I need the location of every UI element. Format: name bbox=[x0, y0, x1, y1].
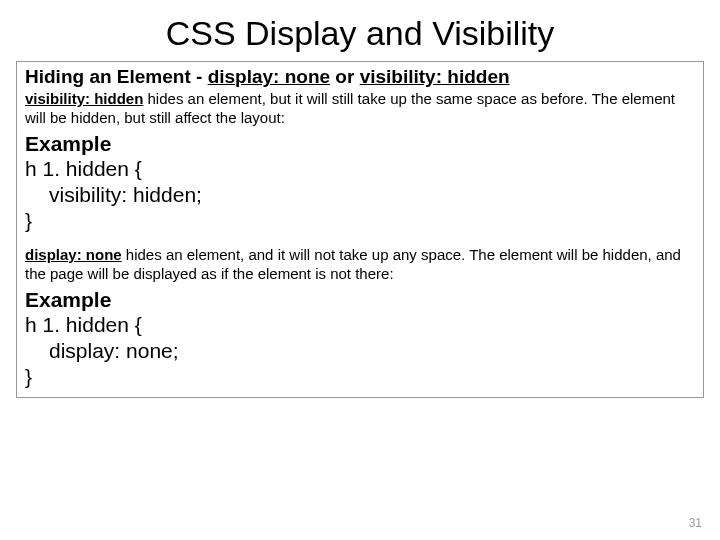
subheading: Hiding an Element - display: none or vis… bbox=[25, 66, 695, 88]
display-rest-text: hides an element, and it will not take u… bbox=[25, 246, 681, 282]
code-line: h 1. hidden { bbox=[25, 157, 142, 180]
subheading-term-visibility: visibility: hidden bbox=[360, 66, 510, 87]
code-block-visibility: h 1. hidden { visibility: hidden; } bbox=[25, 156, 695, 235]
example-label-2: Example bbox=[25, 288, 695, 312]
code-block-display: h 1. hidden { display: none; } bbox=[25, 312, 695, 391]
visibility-bold-term: visibility: hidden bbox=[25, 90, 143, 107]
code-line: } bbox=[25, 209, 32, 232]
display-bold-term: display: none bbox=[25, 246, 122, 263]
code-line: visibility: hidden; bbox=[25, 182, 695, 208]
example-label-1: Example bbox=[25, 132, 695, 156]
code-line: h 1. hidden { bbox=[25, 313, 142, 336]
subheading-term-display: display: none bbox=[208, 66, 330, 87]
slide-title: CSS Display and Visibility bbox=[0, 0, 720, 61]
page-number: 31 bbox=[689, 516, 702, 530]
visibility-paragraph: visibility: hidden hides an element, but… bbox=[25, 90, 695, 128]
subheading-mid: or bbox=[330, 66, 360, 87]
subheading-prefix: Hiding an Element - bbox=[25, 66, 208, 87]
content-box: Hiding an Element - display: none or vis… bbox=[16, 61, 704, 398]
display-paragraph: display: none hides an element, and it w… bbox=[25, 246, 695, 284]
code-line: display: none; bbox=[25, 338, 695, 364]
code-line: } bbox=[25, 365, 32, 388]
